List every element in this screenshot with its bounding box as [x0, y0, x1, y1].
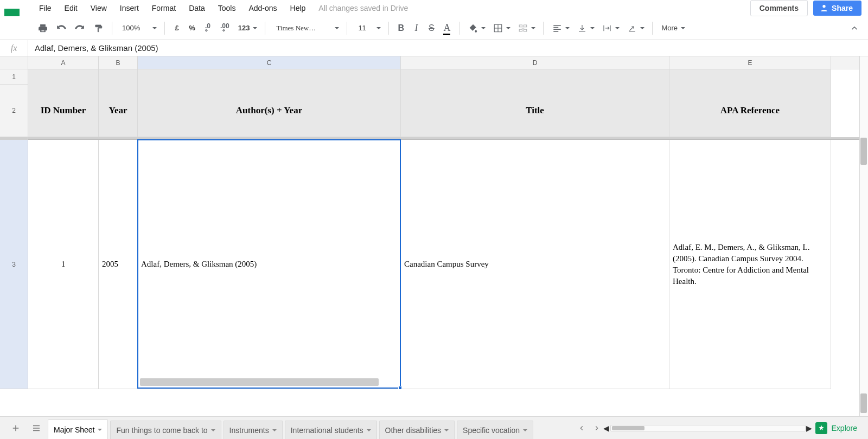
sheet-tab-international-students[interactable]: International students: [285, 421, 377, 439]
row-header-1[interactable]: 1: [0, 69, 28, 85]
share-button[interactable]: Share: [813, 1, 861, 16]
paint-format-button[interactable]: [90, 21, 106, 36]
column-header-B[interactable]: B: [99, 56, 138, 69]
menu-insert[interactable]: Insert: [113, 1, 145, 16]
menu-file[interactable]: File: [33, 1, 58, 16]
valign-bottom-icon: [577, 23, 587, 33]
column-header-row: A B C D E: [0, 56, 868, 69]
tab-scroll-right[interactable]: [590, 421, 604, 436]
explore-button[interactable]: Explore: [809, 417, 868, 439]
sheet-tab-major-sheet[interactable]: Major Sheet: [48, 419, 108, 439]
borders-dropdown[interactable]: [490, 21, 513, 36]
cell-D3[interactable]: Canadian Campus Survey: [401, 140, 669, 389]
tab-scroll-left[interactable]: [575, 421, 589, 436]
sheet-tab-bar: Major SheetFun things to come back toIns…: [0, 416, 868, 439]
add-sheet-button[interactable]: [8, 421, 24, 436]
hscroll-thumb[interactable]: [612, 426, 644, 430]
vscroll-thumb[interactable]: [860, 138, 867, 165]
spreadsheet-grid[interactable]: A B C D E 1 2 ID Number Year Author(s) +…: [0, 56, 868, 416]
font-family-dropdown[interactable]: Times New…: [271, 21, 341, 36]
save-status: All changes saved in Drive: [312, 1, 414, 16]
hscroll-right[interactable]: ▶: [806, 425, 813, 431]
cell-B1[interactable]: [99, 69, 138, 85]
select-all-corner[interactable]: [0, 56, 28, 69]
column-header-E[interactable]: E: [669, 56, 831, 69]
cell-inner-hscroll[interactable]: [140, 378, 379, 386]
cell-C1[interactable]: [138, 69, 401, 85]
menu-view[interactable]: View: [84, 1, 113, 16]
number-format-dropdown[interactable]: 123: [235, 21, 260, 36]
cell-E1[interactable]: [669, 69, 831, 85]
horizontal-scrollbar[interactable]: ◀ ▶: [610, 425, 806, 431]
formula-input[interactable]: Adlaf, Demers, & Gliksman (2005): [28, 40, 868, 56]
text-color-button[interactable]: A: [440, 21, 454, 36]
row-header-3[interactable]: 3: [0, 140, 28, 389]
menu-data[interactable]: Data: [182, 1, 212, 16]
vertical-align-dropdown[interactable]: [574, 21, 597, 36]
column-header-A[interactable]: A: [28, 56, 99, 69]
cell-A1[interactable]: [28, 69, 99, 85]
plus-icon: [11, 423, 21, 433]
cell-E3[interactable]: Adlaf, E. M., Demers, A., & Gliksman, L.…: [669, 140, 831, 389]
app-logo: [0, 0, 28, 16]
vscroll-thumb-lower[interactable]: [860, 393, 867, 413]
cell-A3[interactable]: 1: [28, 140, 99, 389]
sheet-tab-label: Major Sheet: [54, 425, 94, 434]
collapse-toolbar-button[interactable]: [846, 21, 863, 36]
sheet-tab-label: Specific vocation: [463, 426, 520, 435]
text-wrap-dropdown[interactable]: [599, 21, 622, 36]
menu-help[interactable]: Help: [284, 1, 312, 16]
hscroll-left[interactable]: ◀: [603, 425, 610, 431]
person-add-icon: [820, 4, 828, 12]
menu-format[interactable]: Format: [145, 1, 182, 16]
cell-E2[interactable]: APA Reference: [669, 85, 831, 137]
print-button[interactable]: [35, 21, 51, 36]
sheet-tab-other-disabilities[interactable]: Other disabilities: [379, 421, 455, 439]
redo-button[interactable]: [72, 21, 88, 36]
sheet-tab-fun-things-to-come-back-to[interactable]: Fun things to come back to: [110, 421, 221, 439]
menu-tools[interactable]: Tools: [212, 1, 242, 16]
menu-bar: FileEditViewInsertFormatDataToolsAdd-ons…: [0, 0, 868, 16]
horizontal-align-dropdown[interactable]: [549, 21, 572, 36]
cell-B2[interactable]: Year: [99, 85, 138, 137]
increase-decimal-button[interactable]: .00: [217, 21, 233, 36]
cell-D1[interactable]: [401, 69, 669, 85]
cell-B3[interactable]: 2005: [99, 140, 138, 389]
sheet-tab-instruments[interactable]: Instruments: [224, 421, 283, 439]
percent-button[interactable]: %: [186, 21, 199, 36]
zoom-dropdown[interactable]: 100%: [118, 21, 159, 36]
fill-color-dropdown[interactable]: [465, 21, 488, 36]
cell-D2[interactable]: Title: [401, 85, 669, 137]
text-rotation-dropdown[interactable]: [624, 21, 647, 36]
font-size-dropdown[interactable]: 11: [353, 21, 383, 36]
comments-button[interactable]: Comments: [750, 0, 808, 16]
chevron-up-icon: [850, 23, 859, 33]
formula-bar: fx Adlaf, Demers, & Gliksman (2005): [0, 40, 868, 56]
column-header-D[interactable]: D: [401, 56, 669, 69]
sheet-tab-label: Other disabilities: [385, 426, 442, 435]
cell-A2[interactable]: ID Number: [28, 85, 99, 137]
strikethrough-button[interactable]: S: [425, 21, 438, 36]
print-icon: [38, 23, 48, 33]
sheet-tab-label: International students: [291, 426, 363, 435]
sheet-tab-label: Instruments: [229, 426, 269, 435]
bold-button[interactable]: B: [394, 21, 407, 36]
decrease-decimal-button[interactable]: .0: [201, 21, 215, 36]
menu-edit[interactable]: Edit: [58, 1, 84, 16]
cell-C2[interactable]: Author(s) + Year: [138, 85, 401, 137]
undo-button[interactable]: [53, 21, 69, 36]
more-dropdown[interactable]: More: [658, 21, 687, 36]
cell-C3[interactable]: Adlaf, Demers, & Gliksman (2005): [138, 140, 401, 389]
sheet-tab-specific-vocation[interactable]: Specific vocation: [457, 421, 533, 439]
merge-cells-dropdown[interactable]: [515, 21, 538, 36]
row-header-2[interactable]: 2: [0, 85, 28, 137]
menu-icon: [31, 423, 41, 433]
svg-point-0: [822, 5, 825, 8]
italic-button[interactable]: I: [410, 21, 423, 36]
paint-bucket-icon: [468, 23, 478, 33]
column-header-C[interactable]: C: [138, 56, 401, 69]
menu-add-ons[interactable]: Add-ons: [242, 1, 283, 16]
all-sheets-button[interactable]: [28, 421, 44, 436]
currency-button[interactable]: £: [170, 21, 183, 36]
vertical-scrollbar[interactable]: [859, 56, 868, 416]
